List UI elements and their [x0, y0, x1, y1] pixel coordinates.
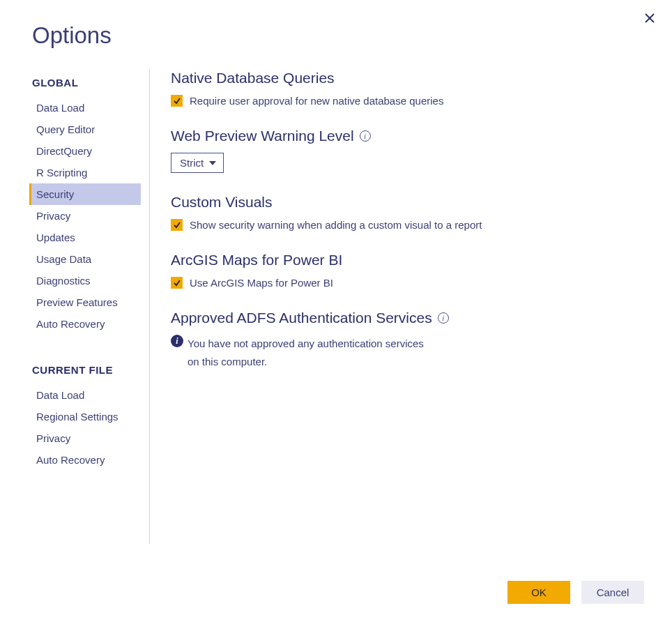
- check-icon: [173, 97, 181, 105]
- heading-adfs-text: Approved ADFS Authentication Services: [171, 310, 432, 326]
- chevron-down-icon: [209, 161, 216, 165]
- checkbox-custom-visuals[interactable]: [171, 219, 183, 231]
- sidebar-item-security[interactable]: Security: [29, 183, 141, 205]
- sidebar-item-cf-privacy[interactable]: Privacy: [29, 427, 141, 449]
- sidebar-group-title-global: GLOBAL: [32, 77, 141, 89]
- heading-web-preview: Web Preview Warning Level i: [171, 128, 644, 144]
- sidebar-group-global: GLOBAL Data Load Query Editor DirectQuer…: [32, 77, 141, 335]
- footer-buttons: OK Cancel: [507, 581, 644, 604]
- checkbox-native-db[interactable]: [171, 95, 183, 107]
- section-arcgis: ArcGIS Maps for Power BI Use ArcGIS Maps…: [171, 252, 644, 289]
- close-icon: [644, 13, 655, 24]
- section-adfs: Approved ADFS Authentication Services i …: [171, 310, 644, 370]
- sidebar-item-usage-data[interactable]: Usage Data: [29, 248, 141, 270]
- sidebar-item-query-editor[interactable]: Query Editor: [29, 119, 141, 140]
- checkbox-row-arcgis: Use ArcGIS Maps for Power BI: [171, 277, 644, 289]
- sidebar-item-directquery[interactable]: DirectQuery: [29, 140, 141, 162]
- heading-custom-visuals: Custom Visuals: [171, 194, 644, 211]
- checkbox-row-native-db: Require user approval for new native dat…: [171, 95, 644, 107]
- dropdown-value: Strict: [180, 157, 204, 169]
- svg-marker-2: [209, 161, 216, 165]
- info-text-adfs: i You have not approved any authenticati…: [171, 335, 644, 370]
- sidebar-item-diagnostics[interactable]: Diagnostics: [29, 270, 141, 291]
- section-native-db: Native Database Queries Require user app…: [171, 70, 644, 107]
- heading-arcgis: ArcGIS Maps for Power BI: [171, 252, 644, 268]
- main-panel: Native Database Queries Require user app…: [150, 70, 672, 544]
- sidebar-group-current-file: CURRENT FILE Data Load Regional Settings…: [32, 364, 141, 471]
- heading-web-preview-text: Web Preview Warning Level: [171, 128, 354, 144]
- info-line1: You have not approved any authentication…: [188, 337, 424, 349]
- sidebar: GLOBAL Data Load Query Editor DirectQuer…: [0, 70, 150, 544]
- sidebar-item-cf-auto-recovery[interactable]: Auto Recovery: [29, 449, 141, 471]
- content-area: GLOBAL Data Load Query Editor DirectQuer…: [0, 49, 672, 544]
- sidebar-item-cf-data-load[interactable]: Data Load: [29, 384, 141, 406]
- sidebar-item-r-scripting[interactable]: R Scripting: [29, 162, 141, 183]
- sidebar-item-preview-features[interactable]: Preview Features: [29, 291, 141, 313]
- checkbox-label-arcgis: Use ArcGIS Maps for Power BI: [190, 277, 333, 289]
- checkbox-arcgis[interactable]: [171, 277, 183, 289]
- info-icon[interactable]: i: [438, 312, 449, 324]
- info-text-content: You have not approved any authentication…: [188, 335, 424, 370]
- checkbox-label-native-db: Require user approval for new native dat…: [190, 95, 443, 107]
- sidebar-item-auto-recovery[interactable]: Auto Recovery: [29, 313, 141, 335]
- sidebar-group-title-current-file: CURRENT FILE: [32, 364, 141, 376]
- sidebar-item-updates[interactable]: Updates: [29, 227, 141, 248]
- check-icon: [173, 221, 181, 229]
- close-button[interactable]: [641, 10, 658, 26]
- info-filled-icon: i: [171, 335, 183, 347]
- checkbox-label-custom-visuals: Show security warning when adding a cust…: [190, 219, 482, 231]
- info-icon[interactable]: i: [360, 130, 371, 142]
- sidebar-item-cf-regional-settings[interactable]: Regional Settings: [29, 406, 141, 427]
- cancel-button[interactable]: Cancel: [581, 581, 644, 604]
- sidebar-item-privacy[interactable]: Privacy: [29, 205, 141, 227]
- dropdown-web-preview[interactable]: Strict: [171, 153, 224, 173]
- ok-button[interactable]: OK: [507, 581, 570, 604]
- page-title: Options: [0, 0, 672, 49]
- info-line2: on this computer.: [188, 356, 267, 367]
- section-custom-visuals: Custom Visuals Show security warning whe…: [171, 194, 644, 231]
- check-icon: [173, 279, 181, 287]
- checkbox-row-custom-visuals: Show security warning when adding a cust…: [171, 219, 644, 231]
- heading-native-db: Native Database Queries: [171, 70, 644, 86]
- heading-adfs: Approved ADFS Authentication Services i: [171, 310, 644, 326]
- sidebar-item-data-load[interactable]: Data Load: [29, 97, 141, 119]
- section-web-preview: Web Preview Warning Level i Strict: [171, 128, 644, 173]
